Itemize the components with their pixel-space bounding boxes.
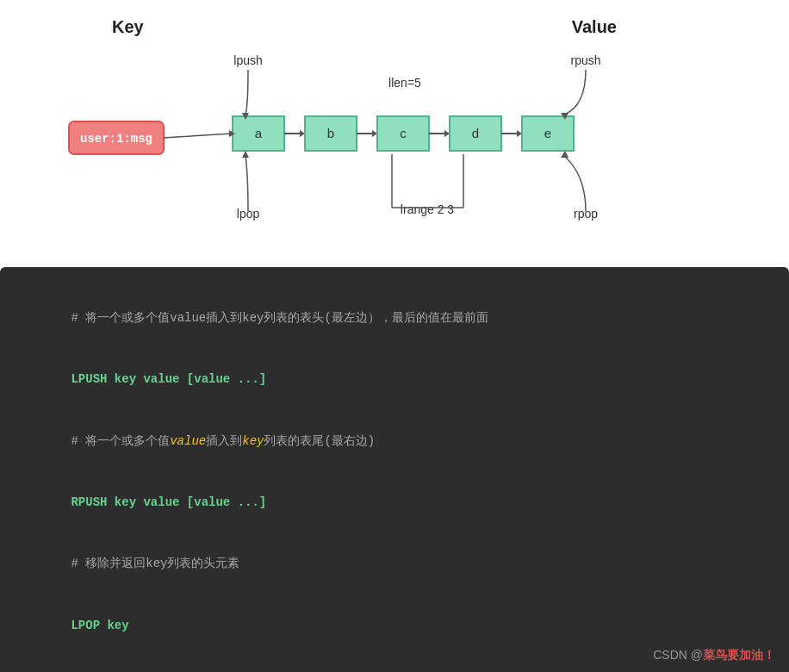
svg-text:lrange 2 3: lrange 2 3	[401, 202, 454, 216]
key-header: Key	[112, 17, 144, 37]
svg-text:c: c	[400, 126, 407, 140]
code-line-2: LPUSH key value [value ...]	[28, 349, 761, 410]
svg-text:user:1:msg: user:1:msg	[80, 132, 152, 146]
svg-text:llen=5: llen=5	[388, 76, 421, 90]
watermark: CSDN @菜鸟要加油！	[653, 648, 775, 663]
svg-text:e: e	[544, 126, 551, 140]
code-line-3: # 将一个或多个值value插入到key列表的表尾(最右边)	[28, 411, 761, 472]
diagram-area: Key Value user:1:msg a b c	[0, 0, 789, 267]
svg-text:rpush: rpush	[570, 53, 600, 67]
code-line-1: # 将一个或多个值value插入到key列表的表头(最左边），最后的值在最前面	[28, 288, 761, 349]
code-line-5: # 移除并返回key列表的头元素	[28, 534, 761, 595]
code-line-4: RPUSH key value [value ...]	[28, 472, 761, 533]
svg-text:b: b	[327, 126, 334, 140]
svg-marker-26	[242, 151, 249, 158]
value-header: Value	[572, 17, 617, 37]
page-container: Key Value user:1:msg a b c	[0, 0, 789, 672]
svg-text:lpush: lpush	[233, 53, 262, 67]
diagram-svg: user:1:msg a b c d	[34, 46, 784, 252]
svg-marker-28	[561, 151, 568, 158]
code-area: # 将一个或多个值value插入到key列表的表头(最左边），最后的值在最前面 …	[0, 267, 789, 672]
code-line-7: # 移除并返回key列表的尾元素	[28, 656, 761, 672]
code-line-6: LPOP key	[28, 595, 761, 656]
svg-line-33	[164, 134, 231, 138]
svg-text:d: d	[472, 126, 479, 140]
svg-text:a: a	[255, 126, 263, 140]
